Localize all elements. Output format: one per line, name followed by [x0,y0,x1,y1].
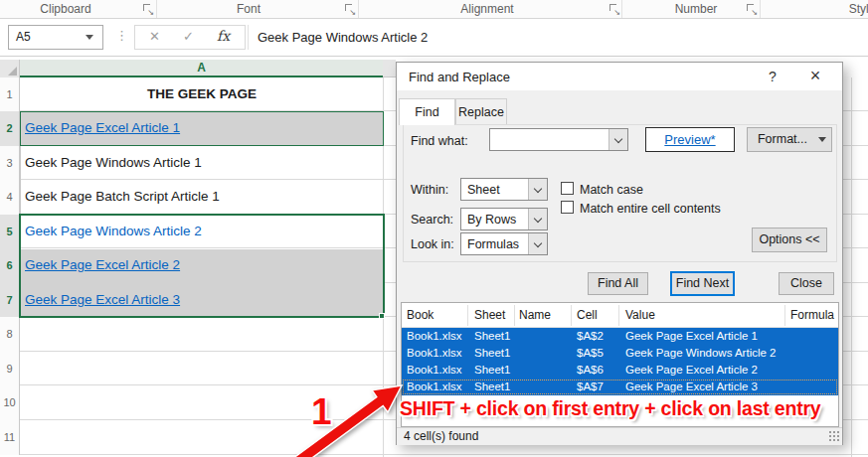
tab-find[interactable]: Find [399,98,455,125]
find-what-label: Find what: [411,134,468,148]
match-case-checkbox[interactable] [561,182,574,195]
dialog-title: Find and Replace [409,70,510,84]
result-sheet: Sheet1 [474,364,510,376]
within-dropdown[interactable] [528,179,547,200]
options-button[interactable]: Options << [752,228,827,252]
number-dialog-launcher-icon[interactable] [747,4,757,14]
dialog-titlebar[interactable]: Find and Replace ? × [397,63,842,90]
tab-replace[interactable]: Replace [455,98,507,124]
row-header-10[interactable]: 10 [0,385,20,420]
row-header-7[interactable]: 7 [0,283,20,318]
result-value: Geek Page Excel Article 1 [625,330,758,342]
preview-button[interactable]: Preview* [645,127,735,152]
result-value: Geek Page Windows Article 2 [625,347,777,359]
find-what-input[interactable] [489,128,628,151]
ribbon-group-alignment: Alignment [437,2,537,17]
row-header-1[interactable]: 1 [0,77,20,112]
formula-bar-input[interactable]: Geek Page Windows Article 2 [248,25,868,50]
row-header-11[interactable]: 11 [0,420,20,455]
col-value[interactable]: Value [625,308,655,322]
search-value: By Rows [467,213,516,227]
excel-window: Clipboard Font Alignment Number Styles A… [0,0,868,457]
row-header-3[interactable]: 3 [0,146,20,181]
fill-handle[interactable] [379,313,385,319]
annotation-step-number: 1 [311,391,332,433]
gridline [851,77,852,457]
column-header-a[interactable]: A [20,60,383,77]
search-dropdown[interactable] [528,209,547,229]
enter-icon[interactable]: ✓ [183,29,194,44]
results-header: Book Sheet Name Cell Value Formula [402,303,838,328]
row-header-9[interactable]: 9 [0,352,20,386]
result-book: Book1.xlsx [407,330,462,342]
lookin-select[interactable]: Formulas [460,232,548,255]
result-cell: $A$2 [577,330,604,342]
close-button[interactable]: Close [779,272,834,295]
result-row-1[interactable]: Book1.xlsx Sheet1 $A$2 Geek Page Excel A… [402,328,838,345]
result-book: Book1.xlsx [407,381,462,392]
cell-a1[interactable]: THE GEEK PAGE [21,77,383,112]
find-next-button[interactable]: Find Next [670,271,735,296]
search-select[interactable]: By Rows [460,208,548,230]
within-select[interactable]: Sheet [460,178,548,201]
format-dropdown-icon[interactable] [818,137,826,142]
result-row-4[interactable]: Book1.xlsx Sheet1 $A$7 Geek Page Excel A… [402,379,838,395]
column-divider [514,305,515,326]
match-entire-label: Match entire cell contents [580,202,721,216]
clipboard-dialog-launcher-icon[interactable] [143,4,153,14]
col-cell[interactable]: Cell [577,308,598,322]
column-divider [571,305,572,326]
col-formula[interactable]: Formula [790,308,834,322]
row-header-2[interactable]: 2 [0,111,20,146]
formula-bar-area: A5 ⋮ ✕ ✓ fx Geek Page Windows Article 2 [0,20,868,57]
result-value: Geek Page Excel Article 2 [625,364,758,376]
select-all-corner[interactable] [0,60,20,77]
match-entire-checkbox[interactable] [561,201,574,214]
find-what-dropdown[interactable] [608,129,627,150]
select-all-triangle-icon [8,67,17,76]
result-row-2[interactable]: Book1.xlsx Sheet1 $A$5 Geek Page Windows… [402,345,838,362]
find-all-button[interactable]: Find All [588,272,648,295]
result-cell: $A$6 [577,364,604,376]
gridline [20,146,21,214]
chevron-down-icon [534,239,542,247]
result-row-3[interactable]: Book1.xlsx Sheet1 $A$6 Geek Page Excel A… [402,362,838,379]
name-box-dropdown-icon[interactable] [86,35,93,40]
resize-grip[interactable] [829,431,840,442]
match-case-label: Match case [580,183,643,197]
insert-function-icon[interactable]: fx [217,28,230,44]
lookin-label: Look in: [411,237,454,251]
ribbon-group-clipboard: Clipboard [16,2,115,17]
close-icon[interactable]: × [804,66,826,87]
row-header-6[interactable]: 6 [0,248,20,283]
font-dialog-launcher-icon[interactable] [345,4,355,14]
help-icon[interactable]: ? [764,68,781,85]
formula-bar-gripper[interactable]: ⋮ [115,28,128,43]
lookin-dropdown[interactable] [528,233,547,254]
selection-border-a5-a7 [19,214,385,318]
col-name[interactable]: Name [519,308,551,322]
alignment-dialog-launcher-icon[interactable] [609,4,619,14]
col-sheet[interactable]: Sheet [474,308,505,322]
ribbon-group-number: Number [646,2,746,17]
row-header-8[interactable]: 8 [0,317,20,352]
row-header-5[interactable]: 5 [0,215,20,249]
ribbon-separator [358,0,359,18]
column-divider [467,305,468,326]
row-header-4[interactable]: 4 [0,180,20,215]
within-value: Sheet [467,183,500,197]
result-sheet: Sheet1 [474,330,510,342]
ribbon-separator [156,0,157,18]
chevron-down-icon [534,215,542,223]
find-replace-dialog: Find and Replace ? × Find Replace Find w… [396,62,843,445]
col-book[interactable]: Book [407,308,434,322]
result-sheet: Sheet1 [474,347,510,359]
selection-border-a2 [20,111,384,146]
cell-a4[interactable]: Geek Page Batch Script Article 1 [21,180,383,215]
ribbon-group-strip: Clipboard Font Alignment Number Styles [0,0,868,19]
result-cell: $A$7 [577,381,604,392]
cancel-icon[interactable]: ✕ [149,29,160,44]
cell-a3[interactable]: Geek Page Windows Article 1 [21,146,383,181]
column-divider [618,305,619,326]
result-cell: $A$5 [577,347,604,359]
